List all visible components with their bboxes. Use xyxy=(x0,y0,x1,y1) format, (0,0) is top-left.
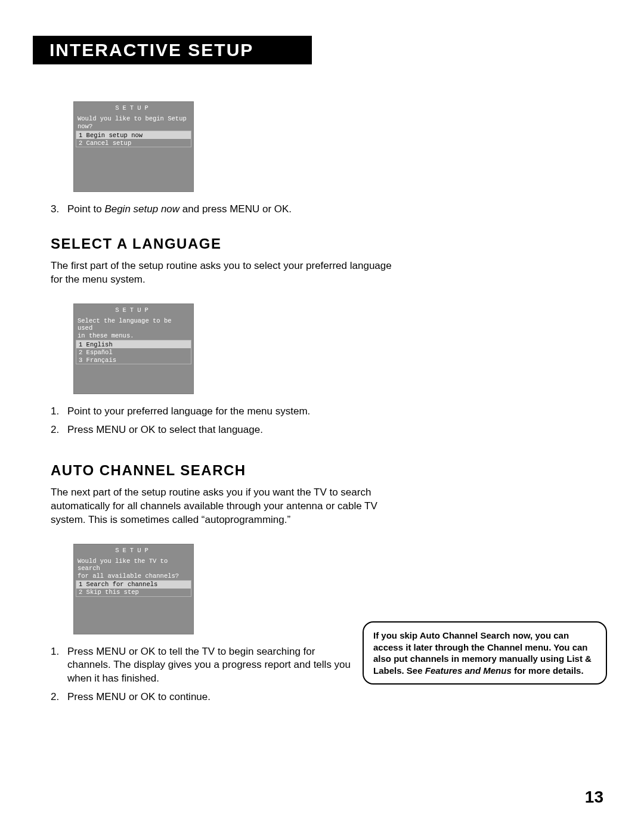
osd-title: SETUP xyxy=(74,306,193,314)
osd-prompt-line: now? xyxy=(74,123,193,131)
osd-prompt-line: Would you like the TV to search xyxy=(74,558,193,572)
section-heading-language: SELECT A LANGUAGE xyxy=(51,236,599,252)
osd-option: 2 Cancel setup xyxy=(76,139,191,147)
step-number: 1. xyxy=(51,405,67,419)
osd-begin-setup: SETUP Would you like to begin Setup now?… xyxy=(73,101,194,192)
step-number: 2. xyxy=(51,690,67,704)
osd-title: SETUP xyxy=(74,104,193,112)
section-body: The next part of the setup routine asks … xyxy=(51,486,402,527)
note-text-bold: for more details. xyxy=(512,665,584,676)
step-text: Press MENU or OK to continue. xyxy=(67,690,210,704)
step-number: 1. xyxy=(51,645,67,686)
osd-option-selected: 1 English xyxy=(76,340,191,348)
step-text: Point to Begin setup now and press MENU … xyxy=(67,203,292,216)
osd-option-list: 1 Begin setup now 2 Cancel setup xyxy=(76,131,191,147)
section-body: The first part of the setup routine asks… xyxy=(51,259,402,287)
step-number: 2. xyxy=(51,423,67,437)
osd-prompt-line: Select the language to be used xyxy=(74,317,193,332)
step-text: Point to your preferred language for the… xyxy=(67,405,310,419)
osd-prompt-line: for all available channels? xyxy=(74,572,193,580)
osd-prompt-line: in these menus. xyxy=(74,332,193,340)
osd-option: 3 Français xyxy=(76,356,191,364)
osd-option-list: 1 English 2 Español 3 Français xyxy=(76,340,191,364)
note-text-bold-italic: Features and Menus xyxy=(425,665,512,676)
step-text: Press MENU or OK to tell the TV to begin… xyxy=(67,645,354,686)
instruction-list: 1. Point to your preferred language for … xyxy=(51,405,599,437)
osd-option: 2 Skip this step xyxy=(76,589,191,596)
title-bar: INTERACTIVE SETUP xyxy=(33,36,312,64)
instruction-list: 1. Press MENU or OK to tell the TV to be… xyxy=(51,645,385,705)
osd-channel-search: SETUP Would you like the TV to search fo… xyxy=(73,544,194,634)
instruction-step: 3. Point to Begin setup now and press ME… xyxy=(51,203,599,216)
note-box: If you skip Auto Channel Search now, you… xyxy=(363,621,607,685)
section-heading-autosearch: AUTO CHANNEL SEARCH xyxy=(51,462,599,479)
osd-option-selected: 1 Search for channels xyxy=(76,581,191,589)
step-number: 3. xyxy=(51,203,67,216)
page-number: 13 xyxy=(585,788,603,807)
osd-option-list: 1 Search for channels 2 Skip this step xyxy=(76,580,191,597)
title-bar-text: INTERACTIVE SETUP xyxy=(49,40,253,60)
osd-prompt-line: Would you like to begin Setup xyxy=(74,115,193,123)
step-text: Press MENU or OK to select that language… xyxy=(67,423,263,437)
osd-option-selected: 1 Begin setup now xyxy=(76,131,191,139)
osd-select-language: SETUP Select the language to be used in … xyxy=(73,304,194,394)
osd-title: SETUP xyxy=(74,547,193,554)
osd-option: 2 Español xyxy=(76,348,191,356)
